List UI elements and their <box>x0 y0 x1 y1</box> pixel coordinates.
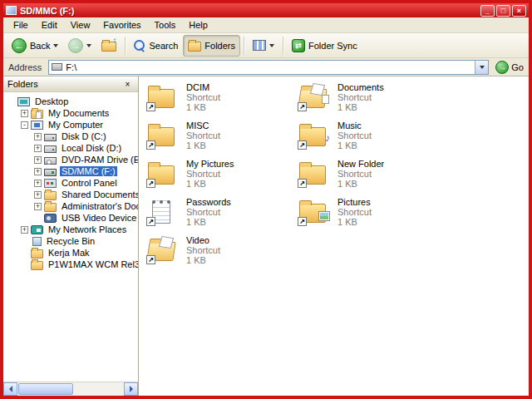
file-item-music[interactable]: ♪ ↗ Music Shortcut 1 KB <box>298 121 441 150</box>
tree-item-administrators-documents[interactable]: + Administrator's Documents <box>3 200 138 212</box>
forward-dropdown-icon[interactable] <box>86 44 91 47</box>
minimize-button-icon[interactable]: _ <box>480 5 495 17</box>
file-item-passwords[interactable]: ↗ Passwords Shortcut 1 KB <box>147 198 290 226</box>
back-button[interactable]: ← Back <box>7 35 63 57</box>
tree-item-label[interactable]: Administrator's Documents <box>60 201 138 211</box>
tree-expander[interactable]: - <box>21 121 28 129</box>
tree-item-p1w1max[interactable]: P1W1MAX WCM Rel3.1.15 W... <box>3 259 138 270</box>
folder-pictures-shortcut-icon: ↗ <box>298 199 330 225</box>
tree-item-shared-documents[interactable]: + Shared Documents <box>3 189 138 200</box>
menu-edit[interactable]: Edit <box>35 18 64 32</box>
go-button[interactable]: → Go <box>493 61 526 74</box>
tree-item-label[interactable]: P1W1MAX WCM Rel3.1.15 W... <box>47 259 138 269</box>
file-item-new-folder[interactable]: ↗ New Folder Shortcut 1 KB <box>298 160 441 188</box>
menu-file[interactable]: File <box>7 18 35 32</box>
file-type: Shortcut <box>337 207 372 217</box>
forward-button[interactable]: → <box>63 35 96 57</box>
tree-expander[interactable]: + <box>21 110 28 117</box>
tree-item-label[interactable]: DVD-RAM Drive (E:) <box>60 155 138 165</box>
folders-button[interactable]: Folders <box>183 35 240 57</box>
file-name[interactable]: Music <box>337 121 372 131</box>
address-input[interactable] <box>66 62 471 73</box>
menu-view[interactable]: View <box>64 18 97 32</box>
tree-item-recycle-bin[interactable]: Recycle Bin <box>3 235 138 247</box>
folder-sync-button[interactable]: ⇄ Folder Sync <box>287 35 362 57</box>
tree-item-label[interactable]: Kerja Mak <box>47 248 91 258</box>
scroll-right-button[interactable] <box>124 382 138 396</box>
tree-item-local-disk-d[interactable]: + Local Disk (D:) <box>3 142 138 154</box>
search-button[interactable]: Search <box>129 35 183 57</box>
tree-expander[interactable]: + <box>34 180 42 187</box>
file-item-pictures[interactable]: ↗ Pictures Shortcut 1 KB <box>298 198 441 226</box>
tree-item-label[interactable]: My Network Places <box>47 224 128 234</box>
file-text: MISC Shortcut 1 KB <box>186 121 220 150</box>
file-name[interactable]: Pictures <box>337 197 372 207</box>
tree-item-label-selected[interactable]: SD/MMC (F:) <box>60 166 117 176</box>
tree-expander[interactable]: + <box>34 156 42 164</box>
tree-item-label[interactable]: My Documents <box>47 108 111 118</box>
up-button[interactable]: ↑ <box>96 35 121 57</box>
file-item-my-pictures[interactable]: ↗ My Pictures Shortcut 1 KB <box>147 160 290 188</box>
views-icon <box>253 40 266 51</box>
file-size: 1 KB <box>337 217 372 227</box>
tree-item-label[interactable]: Desktop <box>33 96 70 106</box>
go-icon: → <box>495 61 509 74</box>
toolbar: ← Back → ↑ Search Folders ⇄ Folder Sync <box>3 33 529 58</box>
tree-item-dvd-ram-e[interactable]: + DVD-RAM Drive (E:) <box>3 154 138 165</box>
tree-expander[interactable]: + <box>34 168 42 175</box>
file-name[interactable]: Passwords <box>186 197 231 207</box>
tree-expander[interactable]: + <box>34 203 42 210</box>
tree-item-label[interactable]: Recycle Bin <box>45 236 96 246</box>
maximize-button-icon[interactable]: □ <box>496 5 510 17</box>
tree-item-label[interactable]: My Computer <box>47 120 105 130</box>
file-name[interactable]: New Folder <box>337 159 384 169</box>
tree-item-disk-c[interactable]: + Disk D (C:) <box>3 131 138 142</box>
file-name[interactable]: MISC <box>186 121 220 131</box>
tree-item-sdmmc-f[interactable]: + SD/MMC (F:) <box>3 165 138 177</box>
scroll-left-button[interactable] <box>3 382 17 396</box>
tree-item-label[interactable]: Local Disk (D:) <box>60 143 123 153</box>
up-arrow-icon: ↑ <box>112 36 116 45</box>
menu-favorites[interactable]: Favorites <box>96 18 147 32</box>
tree-item-label[interactable]: Control Panel <box>60 178 119 188</box>
tree-item-label[interactable]: USB Video Device <box>60 213 138 223</box>
address-dropdown-button[interactable] <box>475 61 488 74</box>
folders-pane-close-icon[interactable]: × <box>121 78 134 90</box>
tree-item-control-panel[interactable]: + Control Panel <box>3 177 138 189</box>
tree-item-my-computer[interactable]: - My Computer <box>3 119 138 131</box>
back-dropdown-icon[interactable] <box>53 44 58 47</box>
file-item-video[interactable]: ↗ Video Shortcut 1 KB <box>147 236 290 264</box>
file-text: Video Shortcut 1 KB <box>186 235 220 265</box>
file-text: Pictures Shortcut 1 KB <box>337 197 372 227</box>
file-name[interactable]: My Pictures <box>186 159 234 169</box>
tree-item-usb-video-device[interactable]: USB Video Device <box>3 212 138 224</box>
views-dropdown-icon[interactable] <box>269 44 274 47</box>
file-name[interactable]: DCIM <box>186 82 220 92</box>
scrollbar-thumb[interactable] <box>18 383 73 395</box>
horizontal-scrollbar[interactable] <box>3 382 138 396</box>
tree-expander[interactable]: + <box>34 191 42 199</box>
tree-item-label[interactable]: Disk D (C:) <box>60 131 108 141</box>
tree-item-my-documents[interactable]: + My Documents <box>3 107 138 119</box>
file-item-dcim[interactable]: ↗ DCIM Shortcut 1 KB <box>147 83 290 111</box>
file-name[interactable]: Documents <box>337 82 384 92</box>
menu-help[interactable]: Help <box>182 18 214 32</box>
my-computer-icon <box>31 121 43 130</box>
file-item-misc[interactable]: ↗ MISC Shortcut 1 KB <box>147 121 290 150</box>
tree-expander[interactable]: + <box>21 226 28 234</box>
folder-tree: Desktop + My Documents - My Computer + D… <box>3 92 138 382</box>
file-name[interactable]: Video <box>186 235 220 245</box>
tree-item-label[interactable]: Shared Documents <box>60 190 138 200</box>
close-button-icon[interactable]: × <box>512 5 526 17</box>
explorer-window: SD/MMC (F:) _ □ × File Edit View Favorit… <box>0 0 532 399</box>
menu-tools[interactable]: Tools <box>148 18 183 32</box>
go-label: Go <box>511 62 524 72</box>
toolbar-separator <box>244 37 244 55</box>
views-button[interactable] <box>248 35 279 57</box>
tree-item-desktop[interactable]: Desktop <box>3 96 138 107</box>
tree-item-my-network-places[interactable]: + My Network Places <box>3 224 138 235</box>
file-item-documents[interactable]: ↗ Documents Shortcut 1 KB <box>298 83 441 111</box>
tree-item-kerja-mak[interactable]: Kerja Mak <box>3 247 138 259</box>
tree-expander[interactable]: + <box>34 133 42 140</box>
tree-expander[interactable]: + <box>34 145 42 152</box>
